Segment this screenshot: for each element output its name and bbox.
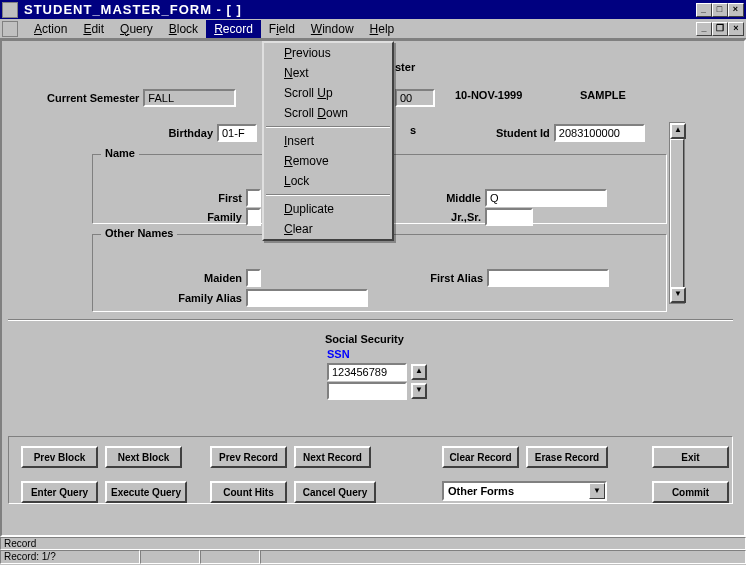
window-title: STUDENT_MASTER_FORM - [ ]	[24, 2, 696, 17]
mdi-icon[interactable]	[2, 21, 18, 37]
semester-code-field: 00	[395, 89, 435, 107]
status-bar: Record Record: 1/?	[0, 537, 746, 565]
status-cell-4	[260, 550, 746, 564]
ssn-scroll-down-button[interactable]: ▼	[411, 383, 427, 399]
ssn-scroll-up-button[interactable]: ▲	[411, 364, 427, 380]
menu-field[interactable]: Field	[261, 20, 303, 38]
app-icon[interactable]	[2, 2, 18, 18]
ssn-label: SSN	[327, 348, 350, 360]
menu-window[interactable]: Window	[303, 20, 362, 38]
status-cell-3	[200, 550, 260, 564]
status-line-1: Record	[0, 537, 746, 550]
title-bar: STUDENT_MASTER_FORM - [ ] _ □ ×	[0, 0, 746, 19]
ssn-group-label: Social Security	[325, 333, 404, 345]
enter-query-button[interactable]: Enter Query	[21, 481, 98, 503]
other-forms-select[interactable]: Other Forms ▼	[442, 481, 607, 501]
record-scrollbar[interactable]: ▲ ▼	[669, 122, 685, 304]
next-block-button[interactable]: Next Block	[105, 446, 182, 468]
clear-record-button[interactable]: Clear Record	[442, 446, 519, 468]
execute-query-button[interactable]: Execute Query	[105, 481, 187, 503]
menu-edit[interactable]: Edit	[75, 20, 112, 38]
first-alias-label: First Alias	[423, 272, 483, 284]
family-alias-field[interactable]	[246, 289, 368, 307]
ssn-field-2[interactable]	[327, 382, 407, 400]
mdi-restore-button[interactable]: ❐	[712, 22, 728, 36]
menu-help[interactable]: Help	[362, 20, 403, 38]
date-label: 10-NOV-1999	[455, 89, 522, 101]
menu-separator	[266, 194, 390, 196]
maximize-button[interactable]: □	[712, 3, 728, 17]
maiden-field[interactable]	[246, 269, 261, 287]
status-cell-2	[140, 550, 200, 564]
prev-block-button[interactable]: Prev Block	[21, 446, 98, 468]
menu-action[interactable]: Action	[26, 20, 75, 38]
jrsr-field[interactable]	[485, 208, 533, 226]
menu-item-clear[interactable]: Clear	[264, 219, 392, 239]
prev-record-button[interactable]: Prev Record	[210, 446, 287, 468]
middle-label: Middle	[436, 192, 481, 204]
menu-block[interactable]: Block	[161, 20, 206, 38]
sample-label: SAMPLE	[580, 89, 626, 101]
minimize-button[interactable]: _	[696, 3, 712, 17]
family-alias-label: Family Alias	[157, 292, 242, 304]
cancel-query-button[interactable]: Cancel Query	[294, 481, 376, 503]
scroll-down-button[interactable]: ▼	[670, 287, 686, 303]
family-label: Family	[192, 211, 242, 223]
commit-button[interactable]: Commit	[652, 481, 729, 503]
menu-record[interactable]: Record	[206, 20, 261, 38]
current-semester-label: Current Semester	[47, 92, 139, 104]
erase-record-button[interactable]: Erase Record	[526, 446, 608, 468]
semester-fragment-label: ster	[395, 61, 415, 73]
menu-separator	[266, 126, 390, 128]
student-id-field[interactable]: 2083100000	[554, 124, 645, 142]
maiden-label: Maiden	[157, 272, 242, 284]
other-names-group-label: Other Names	[101, 227, 177, 239]
menu-query[interactable]: Query	[112, 20, 161, 38]
divider	[8, 319, 733, 321]
mdi-close-button[interactable]: ×	[728, 22, 744, 36]
birthday-field[interactable]: 01-F	[217, 124, 257, 142]
menu-item-scroll-up[interactable]: Scroll Up	[264, 83, 392, 103]
status-record-counter: Record: 1/?	[0, 550, 140, 564]
name-group-label: Name	[101, 147, 139, 159]
middle-field[interactable]: Q	[485, 189, 607, 207]
student-id-label: Student Id	[496, 127, 550, 139]
close-button[interactable]: ×	[728, 3, 744, 17]
first-alias-field[interactable]	[487, 269, 609, 287]
dropdown-icon[interactable]: ▼	[589, 483, 605, 499]
scroll-thumb[interactable]	[670, 139, 684, 289]
scroll-up-button[interactable]: ▲	[670, 123, 686, 139]
menu-item-duplicate[interactable]: Duplicate	[264, 199, 392, 219]
family-field[interactable]	[246, 208, 261, 226]
exit-button[interactable]: Exit	[652, 446, 729, 468]
menu-item-remove[interactable]: Remove	[264, 151, 392, 171]
count-hits-button[interactable]: Count Hits	[210, 481, 287, 503]
birthday-label: Birthday	[158, 127, 213, 139]
current-semester-field: FALL	[143, 89, 236, 107]
menu-item-insert[interactable]: Insert	[264, 131, 392, 151]
menu-item-scroll-down[interactable]: Scroll Down	[264, 103, 392, 123]
s-fragment-label: s	[410, 124, 416, 136]
mdi-minimize-button[interactable]: _	[696, 22, 712, 36]
workspace: Current Semester FALL ster 00 10-NOV-199…	[0, 39, 746, 537]
menu-item-lock[interactable]: Lock	[264, 171, 392, 191]
menu-item-previous[interactable]: Previous	[264, 43, 392, 63]
first-label: First	[192, 192, 242, 204]
next-record-button[interactable]: Next Record	[294, 446, 371, 468]
menu-item-next[interactable]: Next	[264, 63, 392, 83]
menu-bar: ActionEditQueryBlockRecordFieldWindowHel…	[0, 19, 746, 39]
ssn-field-1[interactable]: 123456789	[327, 363, 407, 381]
other-forms-label: Other Forms	[444, 485, 589, 497]
jrsr-label: Jr.,Sr.	[436, 211, 481, 223]
record-menu-dropdown: PreviousNextScroll UpScroll DownInsertRe…	[262, 41, 394, 241]
first-field[interactable]	[246, 189, 261, 207]
